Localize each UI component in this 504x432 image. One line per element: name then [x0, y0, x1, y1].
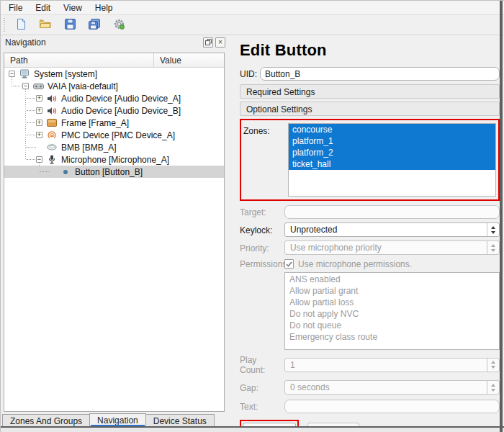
- collapse-minus-icon[interactable]: −: [9, 71, 15, 77]
- toolbar-save-all-button[interactable]: [84, 17, 104, 34]
- gap-value: 0 seconds: [285, 382, 487, 392]
- toolbar-open-button[interactable]: [35, 17, 55, 34]
- pmc-device-icon: [46, 130, 58, 140]
- checkmark-icon: [286, 259, 292, 269]
- zone-item-platform-1[interactable]: platform_1: [289, 135, 495, 147]
- keylock-select[interactable]: Unprotected: [284, 222, 500, 237]
- toolbar-settings-button[interactable]: [109, 17, 129, 34]
- expand-plus-icon[interactable]: +: [36, 95, 42, 102]
- menu-file[interactable]: File: [2, 1, 29, 14]
- permissions-list: ANS enabled Allow partial grant Allow pa…: [284, 272, 500, 350]
- expand-plus-icon[interactable]: +: [36, 107, 42, 114]
- tree-row-label: Audio Device [Audio Device_B]: [61, 106, 181, 116]
- app-window: File Edit View Help: [0, 0, 504, 432]
- uid-input[interactable]: [260, 67, 500, 81]
- column-header-path[interactable]: Path: [4, 53, 153, 67]
- dock-tab-bar: Zones And Groups Navigation Device Statu…: [1, 413, 228, 427]
- zone-item-ticket-hall[interactable]: ticket_hall: [289, 158, 495, 170]
- audio-device-icon: [46, 94, 58, 104]
- tree-row-button-selected[interactable]: Button [Button_B]: [4, 166, 224, 178]
- frame-icon: [46, 118, 58, 128]
- toolbar-save-button[interactable]: [60, 17, 80, 34]
- spinner-arrows-icon: [487, 381, 499, 394]
- tree-row-label: VAIA [vaia-default]: [48, 81, 118, 91]
- save-icon: [64, 18, 76, 32]
- toolbar: [1, 15, 504, 35]
- permissions-list-spacer: [240, 272, 284, 273]
- tree-row-label: PMC Device [PMC Device_A]: [61, 130, 175, 140]
- tree-row-audio-device-a[interactable]: + Audio Device [Audio Device_A]: [4, 92, 224, 104]
- dock-close-button[interactable]: ×: [215, 37, 225, 48]
- dock-title: Navigation: [5, 37, 201, 48]
- splitter[interactable]: [228, 35, 234, 427]
- permissions-checkbox-label: Use microphone permissions.: [298, 259, 412, 269]
- play-count-spinbox: 1: [284, 358, 500, 372]
- tree-row-label: Frame [Frame_A]: [61, 118, 129, 128]
- bmb-icon: [46, 143, 58, 153]
- priority-value: Use microphone priority: [285, 243, 487, 253]
- spinner-arrows-icon: [487, 359, 499, 372]
- tree-row-label: Audio Device [Audio Device_A]: [61, 94, 181, 104]
- keylock-value: Unprotected: [285, 225, 487, 235]
- tree-leaf-connector: [36, 144, 42, 150]
- permission-option: Allow partial loss: [285, 297, 499, 309]
- menu-edit[interactable]: Edit: [29, 1, 57, 14]
- open-folder-icon: [39, 18, 52, 32]
- tab-navigation[interactable]: Navigation: [89, 413, 146, 427]
- tree-row-pmc-device[interactable]: + PMC Device [PMC Device_A]: [4, 129, 224, 141]
- permission-option: ANS enabled: [285, 274, 499, 286]
- tab-zones-and-groups[interactable]: Zones And Groups: [2, 414, 90, 427]
- tab-device-status[interactable]: Device Status: [145, 414, 215, 427]
- target-input: [284, 205, 500, 219]
- navigation-dock: Navigation × Path Value: [1, 35, 228, 427]
- system-icon: [19, 69, 30, 79]
- vaia-icon: [32, 81, 44, 91]
- spinner-arrows-icon[interactable]: [487, 223, 499, 236]
- page-title: Edit Button: [240, 41, 500, 60]
- dock-float-button[interactable]: [203, 37, 213, 48]
- window-right-edge: [500, 1, 503, 432]
- target-label: Target:: [240, 207, 284, 217]
- annotation-zones-box: Zones: concourse platform_1 platform_2 t…: [240, 119, 500, 201]
- tree-row-vaia[interactable]: − VAIA [vaia-default]: [4, 80, 224, 92]
- zone-item-platform-2[interactable]: platform_2: [289, 147, 495, 158]
- text-label: Text:: [240, 401, 284, 412]
- zones-label: Zones:: [243, 123, 288, 136]
- tree-row-frame[interactable]: + Frame [Frame_A]: [4, 117, 224, 129]
- collapse-minus-icon[interactable]: −: [36, 156, 42, 163]
- zone-item-concourse[interactable]: concourse: [289, 124, 495, 135]
- button-icon: [60, 167, 71, 177]
- column-header-value[interactable]: Value: [153, 53, 224, 67]
- close-icon: ×: [218, 39, 222, 46]
- permission-option: Emergency class route: [285, 332, 499, 343]
- tree-row-bmb[interactable]: BMB [BMB_A]: [4, 141, 224, 153]
- toolbar-drag-handle[interactable]: [3, 18, 6, 32]
- expand-plus-icon[interactable]: +: [36, 132, 42, 138]
- tree-row-audio-device-b[interactable]: + Audio Device [Audio Device_B]: [4, 104, 224, 117]
- tree-row-system[interactable]: − System [system]: [4, 68, 224, 80]
- float-icon: [205, 39, 212, 47]
- window-bottom-edge: [1, 426, 504, 432]
- audio-device-icon: [46, 106, 58, 116]
- gap-spinbox: 0 seconds: [284, 380, 500, 395]
- expand-plus-icon[interactable]: +: [36, 120, 42, 126]
- menu-help[interactable]: Help: [89, 1, 120, 14]
- uid-label: UID:: [240, 68, 260, 79]
- tree-row-microphone[interactable]: − Microphone [Microphone_A]: [4, 153, 224, 166]
- microphone-icon: [46, 155, 58, 165]
- section-required-settings[interactable]: Required Settings: [240, 84, 500, 99]
- section-optional-settings[interactable]: Optional Settings: [240, 102, 500, 116]
- settings-gear-icon: [113, 18, 125, 32]
- tree-row-label: System [system]: [34, 69, 97, 79]
- toolbar-new-button[interactable]: [11, 17, 31, 34]
- edit-button-panel: Edit Button UID: Required Settings Optio…: [234, 35, 504, 427]
- priority-select: Use microphone priority: [284, 240, 500, 255]
- menu-view[interactable]: View: [57, 1, 89, 14]
- permission-option: Allow partial grant: [285, 286, 499, 297]
- save-all-icon: [88, 18, 101, 32]
- gap-label: Gap:: [240, 382, 284, 393]
- dock-title-bar: Navigation ×: [1, 35, 228, 50]
- new-file-icon: [15, 18, 27, 32]
- collapse-minus-icon[interactable]: −: [22, 83, 29, 89]
- zones-list: concourse platform_1 platform_2 ticket_h…: [288, 123, 496, 197]
